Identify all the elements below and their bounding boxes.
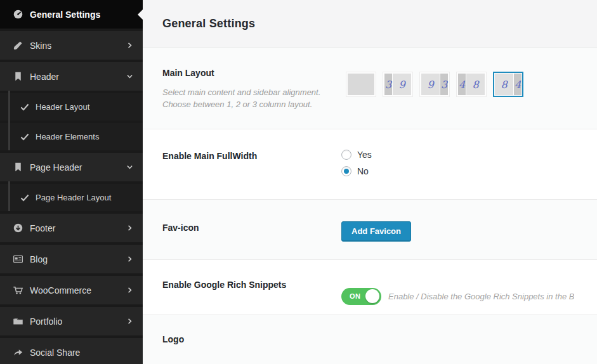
radio-checked-icon (341, 166, 351, 176)
layout-option-8-4-selected[interactable]: 8 4 (493, 72, 523, 97)
sidebar-item-label: Social Share (30, 348, 134, 358)
toggle-on-label: ON (350, 292, 361, 300)
sidebar-item-footer[interactable]: Footer (0, 214, 143, 242)
sidebar-item-label: Header (30, 72, 126, 82)
sidebar-item-label: Page Header Layout (36, 193, 134, 202)
settings-row-main-layout: Main Layout Select main content and side… (143, 48, 597, 129)
sidebar-item-label: Footer (30, 223, 126, 233)
radio-label: No (357, 166, 369, 176)
chevron-right-icon (126, 286, 134, 294)
layout-column: 9 (421, 74, 440, 95)
layout-column: 4 (458, 74, 466, 95)
fullwidth-yes-radio[interactable]: Yes (341, 150, 597, 160)
sidebar-item-label: Portfolio (30, 316, 126, 327)
folder-icon (12, 316, 23, 327)
share-icon (12, 347, 23, 358)
arrow-down-circle-icon (12, 223, 23, 234)
settings-row-favicon: Fav-icon Add Favicon (143, 200, 597, 260)
add-favicon-button[interactable]: Add Favicon (341, 221, 411, 242)
check-icon (20, 131, 30, 143)
sidebar-item-portfolio[interactable]: Portfolio (0, 307, 143, 335)
page-title: General Settings (162, 17, 597, 30)
sidebar-item-header-layout[interactable]: Header Layout (0, 93, 143, 120)
sidebar-item-general-settings[interactable]: General Settings (0, 0, 143, 29)
chevron-right-icon (126, 224, 134, 232)
chevron-right-icon (126, 255, 134, 263)
fullwidth-label: Enable Main FullWidth (162, 151, 341, 161)
sidebar-item-label: Header Layout (36, 102, 134, 112)
page-header-bar: General Settings (143, 0, 597, 48)
sidebar-item-header-elements[interactable]: Header Elements (0, 123, 143, 150)
chevron-down-icon (126, 72, 134, 81)
rich-snippets-toggle[interactable]: ON (341, 288, 381, 305)
layout-option-1col[interactable] (346, 72, 376, 97)
bookmark-icon (12, 71, 23, 82)
sidebar-item-page-header-layout[interactable]: Page Header Layout (0, 184, 143, 211)
cart-icon (12, 285, 23, 296)
sidebar-item-label: Skins (30, 41, 126, 51)
fullwidth-no-radio[interactable]: No (341, 166, 597, 176)
chevron-down-icon (126, 163, 134, 171)
sidebar-item-label: General Settings (30, 10, 134, 20)
layout-option-3-9[interactable]: 3 9 (383, 72, 413, 97)
layout-column: 3 (384, 74, 392, 95)
sidebar-item-blog[interactable]: Blog (0, 245, 143, 273)
sidebar-item-page-header[interactable]: Page Header (0, 153, 143, 181)
description-line: Select main content and sidebar alignmen… (162, 88, 320, 97)
dashboard-icon (12, 9, 23, 20)
chevron-right-icon (126, 317, 134, 325)
settings-sidebar: General Settings Skins Header Header Lay… (0, 0, 143, 364)
description-line: Choose between 1, 2 or 3 column layout. (162, 100, 312, 109)
settings-panel: General Settings Main Layout Select main… (143, 0, 597, 364)
sidebar-item-skins[interactable]: Skins (0, 31, 143, 60)
logo-label: Logo (162, 334, 341, 344)
layout-column: 8 (495, 74, 513, 95)
main-layout-description: Select main content and sidebar alignmen… (162, 86, 341, 110)
brush-icon (12, 40, 23, 51)
check-icon (20, 192, 30, 204)
rich-snippets-label: Enable Google Rich Snippets (162, 280, 341, 290)
layout-column (348, 74, 374, 95)
layout-options: 3 9 9 3 4 8 8 4 (346, 72, 597, 97)
sidebar-item-label: Page Header (30, 162, 126, 172)
blog-icon (12, 254, 23, 265)
settings-row-rich-snippets: Enable Google Rich Snippets ON Enable / … (143, 260, 597, 315)
layout-column: 4 (514, 74, 522, 95)
toggle-knob (365, 289, 379, 303)
check-icon (20, 101, 30, 113)
layout-column: 3 (440, 74, 448, 95)
sidebar-item-woocommerce[interactable]: WooCommerce (0, 276, 143, 304)
sidebar-item-label: Header Elements (36, 132, 134, 141)
settings-row-logo: Logo (143, 315, 597, 364)
sidebar-item-social-share[interactable]: Social Share (0, 338, 143, 364)
layout-column: 9 (393, 74, 411, 95)
radio-icon (341, 150, 351, 160)
active-item-arrow (138, 10, 143, 20)
main-layout-label: Main Layout (162, 68, 341, 78)
chevron-right-icon (126, 41, 134, 49)
settings-row-fullwidth: Enable Main FullWidth Yes No (143, 129, 597, 200)
sidebar-item-label: WooCommerce (30, 285, 126, 296)
favicon-label: Fav-icon (162, 223, 341, 233)
layout-column: 8 (466, 74, 485, 95)
radio-label: Yes (357, 150, 372, 160)
layout-option-9-3[interactable]: 9 3 (419, 72, 450, 97)
rich-snippets-description: Enable / Disable the Google Rich Snippet… (388, 292, 574, 301)
sidebar-item-label: Blog (30, 254, 126, 264)
sidebar-item-header[interactable]: Header (0, 62, 143, 91)
bookmark-icon (12, 162, 23, 173)
layout-option-4-8[interactable]: 4 8 (456, 72, 487, 97)
